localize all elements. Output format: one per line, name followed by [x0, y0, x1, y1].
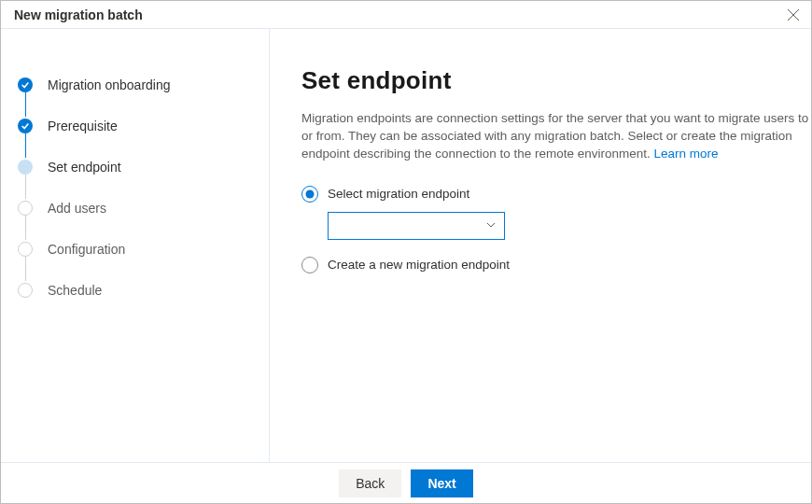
wizard-step: Schedule [18, 270, 269, 311]
step-bullet [18, 160, 33, 175]
wizard-step: Configuration [18, 229, 269, 270]
radio-label: Create a new migration endpoint [328, 258, 510, 272]
step-connector [25, 132, 26, 158]
step-label: Add users [48, 201, 106, 216]
dialog-title: New migration batch [14, 7, 143, 22]
option-create-endpoint[interactable]: Create a new migration endpoint [301, 257, 811, 273]
back-button[interactable]: Back [339, 469, 401, 497]
radio-create-endpoint[interactable] [301, 257, 318, 273]
step-label: Migration onboarding [48, 77, 171, 92]
wizard-step: Add users [18, 188, 269, 229]
wizard-step[interactable]: Migration onboarding [18, 64, 269, 105]
step-bullet [18, 201, 33, 216]
step-label: Schedule [48, 283, 102, 298]
check-icon [18, 77, 33, 92]
step-label: Prerequisite [48, 119, 118, 133]
step-connector [25, 255, 26, 281]
page-description: Migration endpoints are connection setti… [301, 110, 811, 163]
step-bullet [18, 242, 33, 257]
check-icon [18, 119, 33, 133]
wizard-step[interactable]: Prerequisite [18, 105, 269, 147]
step-bullet [18, 283, 33, 298]
option-select-endpoint[interactable]: Select migration endpoint [301, 186, 811, 203]
learn-more-link[interactable]: Learn more [654, 147, 719, 161]
chevron-down-icon [485, 218, 497, 233]
main-panel: Set endpoint Migration endpoints are con… [270, 29, 811, 462]
step-connector [25, 173, 26, 199]
dialog-body: Migration onboardingPrerequisiteSet endp… [1, 29, 811, 462]
endpoint-dropdown[interactable] [328, 212, 505, 240]
page-title: Set endpoint [301, 66, 811, 95]
step-label: Set endpoint [48, 160, 121, 175]
step-connector [25, 91, 26, 117]
radio-select-endpoint[interactable] [301, 186, 318, 203]
step-connector [25, 214, 26, 240]
radio-label: Select migration endpoint [328, 187, 469, 201]
dialog-footer: Back Next [1, 462, 811, 503]
close-icon [787, 8, 800, 21]
wizard-step[interactable]: Set endpoint [18, 147, 269, 188]
wizard-steps: Migration onboardingPrerequisiteSet endp… [1, 29, 270, 462]
close-button[interactable] [787, 8, 800, 21]
next-button[interactable]: Next [411, 469, 472, 497]
modal-dialog: New migration batch Migration onboarding… [0, 0, 812, 504]
step-label: Configuration [48, 242, 125, 257]
dialog-header: New migration batch [1, 1, 811, 29]
